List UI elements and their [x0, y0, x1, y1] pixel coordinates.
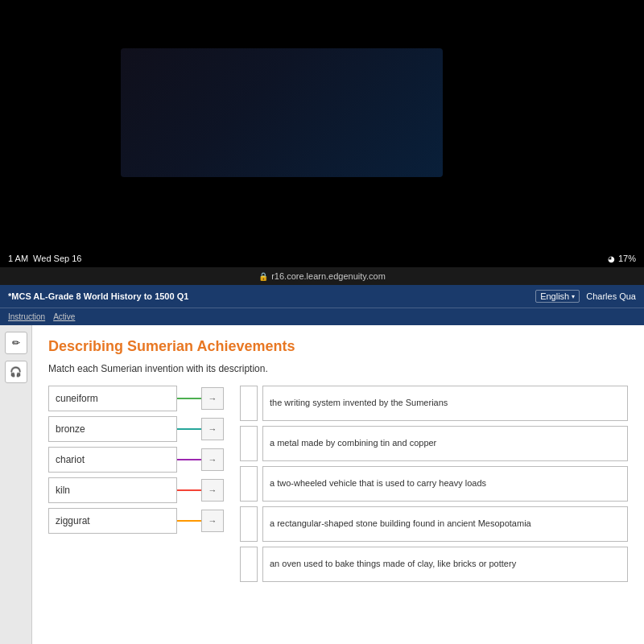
arrow-icon-5: → — [208, 516, 217, 526]
description-metal: a metal made by combining tin and copper — [262, 426, 628, 461]
instruction-link[interactable]: Instruction — [8, 312, 45, 321]
term-chariot: chariot — [48, 447, 177, 473]
term-row: cuneiform → — [48, 386, 224, 411]
arrow-button-3[interactable]: → — [201, 448, 224, 471]
headphone-icon: 🎧 — [10, 366, 22, 378]
checkbox-1[interactable] — [240, 386, 258, 421]
status-bar-right: ◕ 17% — [608, 254, 636, 263]
connector-orange — [177, 520, 201, 522]
term-ziggurat: ziggurat — [48, 508, 177, 534]
left-toolbar: ✏ 🎧 — [0, 325, 32, 644]
status-bar: 1 AM Wed Sep 16 ◕ 17% — [0, 250, 644, 267]
term-row: chariot → — [48, 447, 224, 473]
battery-text: 17% — [618, 254, 636, 263]
url-bar[interactable]: 🔒 r16.core.learn.edgenuity.com — [0, 267, 644, 285]
arrow-icon-4: → — [208, 485, 217, 495]
active-link[interactable]: Active — [53, 312, 75, 321]
content-area: ✏ 🎧 Describing Sumerian Achievements Mat… — [0, 325, 644, 644]
date: Wed Sep 16 — [33, 254, 81, 263]
connector-green — [177, 398, 201, 399]
term-row: kiln → — [48, 477, 224, 503]
arrow-button-1[interactable]: → — [201, 387, 224, 410]
url-text: 🔒 r16.core.learn.edgenuity.com — [258, 271, 386, 281]
description-row: the writing system invented by the Sumer… — [240, 386, 628, 421]
arrow-icon-2: → — [208, 424, 217, 434]
checkbox-2[interactable] — [240, 426, 258, 461]
checkbox-5[interactable] — [240, 547, 258, 582]
arrow-button-5[interactable]: → — [201, 510, 224, 532]
description-writing: the writing system invented by the Sumer… — [262, 386, 628, 421]
chevron-down-icon: ▾ — [572, 293, 575, 300]
wifi-icon: ◕ — [608, 254, 615, 263]
term-row: ziggurat → — [48, 508, 224, 534]
connector-red — [177, 489, 201, 491]
description-row: a rectangular-shaped stone building foun… — [240, 506, 628, 542]
edit-button[interactable]: ✏ — [5, 332, 27, 354]
connector-teal — [177, 428, 201, 430]
term-row: bronze → — [48, 416, 224, 442]
description-row: a metal made by combining tin and copper — [240, 426, 628, 461]
app-header-right: English ▾ Charles Qua — [535, 290, 636, 303]
description-oven: an oven used to bake things made of clay… — [262, 547, 628, 582]
status-bar-left: 1 AM Wed Sep 16 — [8, 254, 81, 263]
page-title: Describing Sumerian Achievements — [48, 338, 628, 355]
connector-purple — [177, 459, 201, 460]
term-kiln: kiln — [48, 477, 177, 503]
app-title: *MCS AL-Grade 8 World History to 1500 Q1 — [8, 291, 188, 301]
language-label: English — [540, 291, 569, 301]
term-cuneiform: cuneiform — [48, 386, 177, 411]
description-building: a rectangular-shaped stone building foun… — [262, 506, 628, 542]
description-vehicle: a two-wheeled vehicle that is used to ca… — [262, 466, 628, 502]
matching-container: cuneiform → bronze → — [48, 386, 628, 582]
instructions-text: Match each Sumerian invention with its d… — [48, 363, 628, 374]
arrow-icon-1: → — [208, 394, 217, 403]
language-selector[interactable]: English ▾ — [535, 290, 580, 303]
description-row: an oven used to bake things made of clay… — [240, 547, 628, 582]
arrow-icon-3: → — [208, 455, 217, 464]
main-content: Describing Sumerian Achievements Match e… — [32, 325, 644, 644]
checkbox-3[interactable] — [240, 466, 258, 502]
sub-header: Instruction Active — [0, 308, 644, 325]
url-address: r16.core.learn.edgenuity.com — [271, 271, 386, 281]
term-bronze: bronze — [48, 416, 177, 442]
edit-icon: ✏ — [12, 337, 20, 349]
user-name: Charles Qua — [586, 291, 636, 301]
arrow-button-4[interactable]: → — [201, 479, 224, 502]
arrow-button-2[interactable]: → — [201, 418, 224, 440]
terms-column: cuneiform → bronze → — [48, 386, 224, 534]
checkbox-4[interactable] — [240, 506, 258, 542]
audio-button[interactable]: 🎧 — [5, 361, 27, 383]
description-row: a two-wheeled vehicle that is used to ca… — [240, 466, 628, 502]
descriptions-column: the writing system invented by the Sumer… — [240, 386, 628, 582]
time: 1 AM — [8, 254, 28, 263]
lock-icon: 🔒 — [258, 272, 268, 281]
app-header: *MCS AL-Grade 8 World History to 1500 Q1… — [0, 285, 644, 308]
